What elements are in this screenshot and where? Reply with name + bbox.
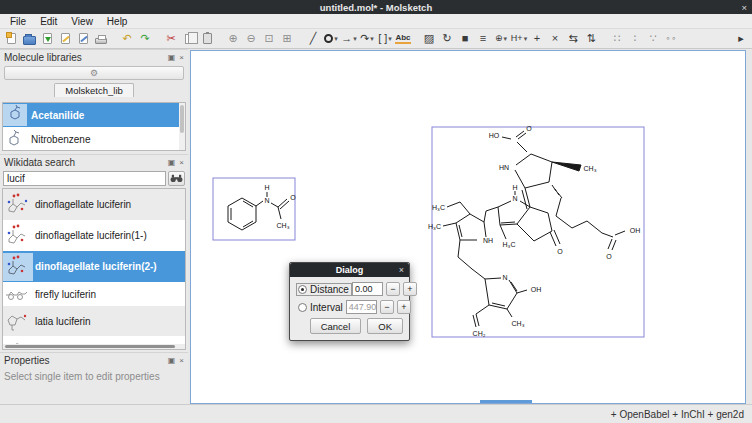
molecule-acetanilide[interactable]: H N O CH₃ xyxy=(228,184,296,230)
draw-tool-button[interactable]: ╱ xyxy=(304,30,322,48)
molecule-thumbnail xyxy=(3,191,33,219)
bracket-tool-icon: [ ] xyxy=(378,33,387,44)
menu-view[interactable]: View xyxy=(64,15,100,28)
menu-file[interactable]: File xyxy=(3,15,33,28)
dialog-close-icon[interactable]: × xyxy=(399,265,404,275)
wikidata-item-label: latia luciferin xyxy=(35,316,91,327)
line-width-button[interactable]: ≡ xyxy=(474,30,492,48)
open-folder-icon xyxy=(23,36,36,45)
charge-tool-button[interactable]: ⊕▾ xyxy=(492,30,510,48)
lasso-tool-button[interactable]: ▨ xyxy=(420,30,438,48)
open-button[interactable] xyxy=(20,30,38,48)
zoom-out-button[interactable]: ⊖ xyxy=(242,30,260,48)
interval-value-field[interactable]: 447.90 xyxy=(346,300,377,314)
interval-label: Interval xyxy=(310,302,343,313)
menu-edit[interactable]: Edit xyxy=(33,15,64,28)
panel-close-icon[interactable]: × xyxy=(179,53,184,62)
search-input[interactable]: lucif xyxy=(3,171,166,186)
molecule-scene: H N O CH₃ xyxy=(191,51,745,403)
new-document-button[interactable] xyxy=(2,30,20,48)
zoom-fit-button[interactable]: ⊞ xyxy=(278,30,296,48)
color-picker-button[interactable]: ■ xyxy=(456,30,474,48)
library-item-nitrobenzene[interactable]: Nitrobenzene xyxy=(3,127,185,151)
interval-radio[interactable] xyxy=(298,303,307,312)
library-scrollbar[interactable] xyxy=(179,103,185,150)
distance-radio[interactable] xyxy=(298,285,307,294)
wikidata-item-dinoflagellate-luciferin[interactable]: dinoflagellate luciferin xyxy=(3,189,185,220)
atom-label: O xyxy=(290,194,296,201)
library-settings-button[interactable]: ⚙ xyxy=(4,66,184,80)
zoom-in-icon: ⊕ xyxy=(228,33,237,44)
redo-button[interactable]: ↷ xyxy=(136,30,154,48)
distance-value-field[interactable]: 0.00 xyxy=(352,282,383,296)
library-list: Acetanilide Nitrobenzene xyxy=(2,102,186,151)
scrollbar-thumb[interactable] xyxy=(5,345,175,348)
tab-molsketch-lib[interactable]: Molsketch_lib xyxy=(54,83,134,97)
reaction-arrow-button[interactable]: →▾ xyxy=(340,30,358,48)
drawing-canvas[interactable]: H N O CH₃ xyxy=(190,50,746,404)
delete-tool-button[interactable]: × xyxy=(546,30,564,48)
library-item-acetanilide[interactable]: Acetanilide xyxy=(3,103,185,127)
toolbar-overflow-button[interactable]: ▸ xyxy=(732,30,750,48)
scrollbar-thumb[interactable] xyxy=(180,105,184,133)
electron-pair-button[interactable]: ∘∘ xyxy=(662,30,680,48)
add-tool-button[interactable]: + xyxy=(528,30,546,48)
paste-button[interactable] xyxy=(198,30,216,48)
print-button[interactable] xyxy=(92,30,110,48)
interval-decrement-button[interactable]: − xyxy=(380,300,394,314)
selection-box[interactable] xyxy=(432,127,644,337)
panel-float-icon[interactable]: ▣ xyxy=(168,356,176,365)
lone-pair-button[interactable]: ∷ xyxy=(608,30,626,48)
interval-increment-button[interactable]: + xyxy=(397,300,411,314)
wikidata-item-dinoflagellate-luciferin-2[interactable]: dinoflagellate luciferin(2-) xyxy=(3,251,185,282)
hydrogen-tool-button[interactable]: H+▾ xyxy=(510,30,528,48)
rotate-tool-button[interactable]: ↻ xyxy=(438,30,456,48)
charge-icon: ⊕ xyxy=(495,34,503,43)
cut-button[interactable]: ✂ xyxy=(162,30,180,48)
zoom-original-button[interactable]: ⊡ xyxy=(260,30,278,48)
export-button[interactable] xyxy=(74,30,92,48)
selection-box[interactable] xyxy=(213,178,295,240)
cancel-button[interactable]: Cancel xyxy=(310,318,362,334)
save-button[interactable] xyxy=(38,30,56,48)
molecule-thumbnail xyxy=(3,104,27,126)
atom-label: H xyxy=(512,184,517,191)
distance-decrement-button[interactable]: − xyxy=(386,282,400,296)
window-close-icon[interactable]: × xyxy=(741,0,747,14)
search-button[interactable] xyxy=(168,171,185,186)
dialog-title: Dialog xyxy=(336,265,364,275)
properties-header: Properties ▣ × xyxy=(0,353,188,368)
radical-button[interactable]: ∶ xyxy=(626,30,644,48)
electron-button[interactable]: ∵ xyxy=(644,30,662,48)
wikidata-hscrollbar[interactable] xyxy=(3,344,185,349)
text-tool-button[interactable]: Abc xyxy=(394,30,412,48)
molecule-luciferin[interactable]: HO O HN CH₃ H N H₃C H₃C NH H₃C O OH O N … xyxy=(428,125,640,337)
menu-help[interactable]: Help xyxy=(100,15,135,28)
atom-label: CH₂ xyxy=(473,330,486,337)
distance-radio-group[interactable]: Distance xyxy=(296,283,352,296)
ring-tool-button[interactable]: ▾ xyxy=(322,30,340,48)
flip-vertical-button[interactable]: ⇅ xyxy=(582,30,600,48)
distance-increment-button[interactable]: + xyxy=(403,282,417,296)
wikidata-item-latia-luciferin[interactable]: latia luciferin xyxy=(3,306,185,336)
undo-button[interactable]: ↶ xyxy=(118,30,136,48)
flip-horizontal-button[interactable]: ⇆ xyxy=(564,30,582,48)
panel-float-icon[interactable]: ▣ xyxy=(168,53,176,62)
ok-button[interactable]: OK xyxy=(367,318,403,334)
dropdown-arrow-icon: ▾ xyxy=(504,35,508,43)
zoom-in-button[interactable]: ⊕ xyxy=(224,30,242,48)
wikidata-item-dinoflagellate-luciferin-1[interactable]: dinoflagellate luciferin(1-) xyxy=(3,220,185,251)
panel-float-icon[interactable]: ▣ xyxy=(168,158,176,167)
interval-radio-group[interactable]: Interval xyxy=(296,301,346,314)
canvas-hscrollbar-thumb[interactable] xyxy=(480,400,532,403)
mechanism-arrow-button[interactable]: ↷▾ xyxy=(358,30,376,48)
copy-button[interactable] xyxy=(180,30,198,48)
print-icon xyxy=(95,38,107,44)
panel-close-icon[interactable]: × xyxy=(179,158,184,167)
dialog-title-bar[interactable]: Dialog × xyxy=(290,263,409,277)
panel-close-icon[interactable]: × xyxy=(179,356,184,365)
bracket-tool-button[interactable]: [ ]▾ xyxy=(376,30,394,48)
atom-label: HN xyxy=(499,164,509,171)
import-button[interactable] xyxy=(56,30,74,48)
wikidata-item-firefly-luciferin[interactable]: firefly luciferin xyxy=(3,282,185,306)
